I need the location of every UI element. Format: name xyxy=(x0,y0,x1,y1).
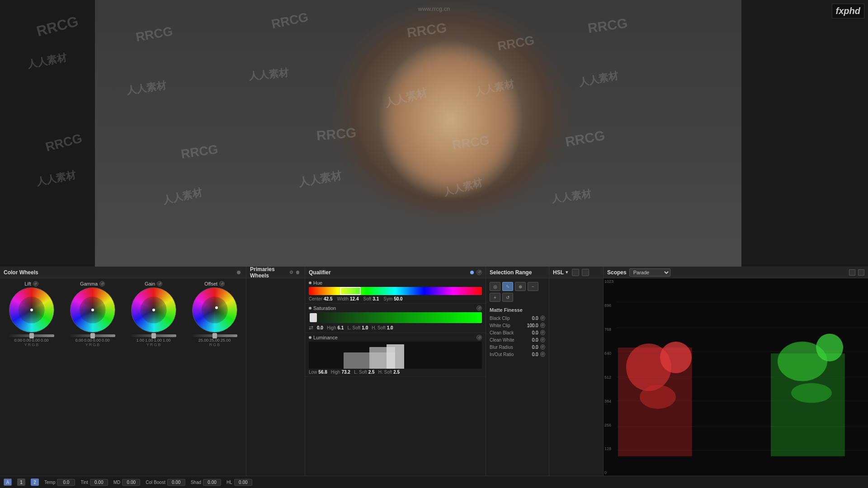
gamma-label: Gamma xyxy=(80,281,98,286)
sat-low-value[interactable]: 0.0 xyxy=(317,325,323,330)
luminance-display[interactable] xyxy=(309,342,482,369)
color-wheels-section: Color Wheels Lift ↺ xyxy=(0,267,246,476)
hue-sym-value[interactable]: 50.0 xyxy=(394,296,402,301)
primaries-settings-icon[interactable]: ⚙ xyxy=(289,270,293,275)
blur-radius-row: Blur Radius 0.0 ↺ xyxy=(490,344,545,350)
lift-slider[interactable] xyxy=(9,334,54,337)
sel-tool-reset[interactable]: ↺ xyxy=(502,293,513,302)
hsl-expand-btn[interactable] xyxy=(582,269,589,276)
lum-high-value[interactable]: 73.2 xyxy=(341,370,350,375)
black-clip-value[interactable]: 0.0 xyxy=(523,316,538,321)
clean-white-value[interactable]: 0.0 xyxy=(523,338,538,343)
black-clip-reset[interactable]: ↺ xyxy=(540,315,545,321)
gamma-ch-b: B xyxy=(97,343,99,347)
gain-val-g: 1.00 xyxy=(154,338,162,343)
scopes-title: Scopes xyxy=(607,269,627,276)
saturation-left-handle xyxy=(310,313,317,322)
sel-tool-qualify[interactable]: ◎ xyxy=(490,282,500,291)
gamma-wheel[interactable] xyxy=(70,287,115,333)
qualifier-reset-btn[interactable]: ↺ xyxy=(476,270,482,275)
selection-range-title: Selection Range xyxy=(490,269,532,276)
lum-hsoft-value[interactable]: 2.5 xyxy=(393,370,400,375)
sel-tool-subtract[interactable]: − xyxy=(528,282,538,291)
gain-reset-btn[interactable]: ↺ xyxy=(157,281,162,286)
page-1-btn[interactable]: 1 xyxy=(17,479,25,486)
qualifier-section: Qualifier ↺ Hue Center xyxy=(305,267,486,476)
lum-lsoft-label: L. Soft xyxy=(354,370,367,375)
hue-soft-value[interactable]: 3.1 xyxy=(373,296,379,301)
lift-val-y: 0.00 xyxy=(14,338,22,343)
blur-radius-value[interactable]: 0.0 xyxy=(523,345,538,350)
gamma-slider[interactable] xyxy=(70,334,115,337)
sat-hsoft-value[interactable]: 1.0 xyxy=(387,325,393,330)
lum-hsoft-group: H. Soft 2.5 xyxy=(378,370,400,375)
clean-white-reset[interactable]: ↺ xyxy=(540,337,545,343)
white-clip-value[interactable]: 100.0 xyxy=(523,323,538,328)
md-label: MD xyxy=(113,480,121,485)
hl-label: HL xyxy=(226,480,232,485)
watermark-1: RRCG xyxy=(35,13,80,40)
in-out-ratio-value[interactable]: 0.0 xyxy=(523,352,538,357)
lum-low-value[interactable]: 56.8 xyxy=(318,370,327,375)
lum-lsoft-value[interactable]: 2.5 xyxy=(368,370,375,375)
watermark-2: 人人素材 xyxy=(26,51,68,71)
temp-input[interactable] xyxy=(57,479,75,486)
saturation-reset-btn[interactable]: ↺ xyxy=(476,305,482,311)
md-input[interactable] xyxy=(122,479,140,486)
sat-lsoft-label: L. Soft xyxy=(347,325,360,330)
luminance-reset-btn[interactable]: ↺ xyxy=(476,335,482,340)
col-boost-group: Col Boost xyxy=(146,479,185,486)
hue-bar[interactable] xyxy=(309,287,482,295)
page-2-btn[interactable]: 2 xyxy=(31,479,39,486)
shad-group: Shad xyxy=(191,479,221,486)
hl-input[interactable] xyxy=(234,479,252,486)
clean-black-reset[interactable]: ↺ xyxy=(540,330,545,335)
offset-wheel[interactable] xyxy=(192,287,237,333)
temp-group: Temp xyxy=(44,479,75,486)
scopes-view-btn-2[interactable] xyxy=(858,269,864,276)
gamma-channel-labels: Y R G B xyxy=(85,343,100,347)
clean-black-label: Clean Black xyxy=(490,330,521,335)
hsl-settings-btn[interactable] xyxy=(572,269,579,276)
sat-high-value[interactable]: 6.1 xyxy=(337,325,344,330)
sat-high-label: High xyxy=(327,325,336,330)
lift-slider-handle xyxy=(29,333,34,338)
website-url: www.rrcg.cn xyxy=(418,5,450,12)
lift-wheel[interactable] xyxy=(9,287,54,333)
sat-lsoft-value[interactable]: 1.0 xyxy=(362,325,368,330)
clean-black-value[interactable]: 0.0 xyxy=(523,330,538,335)
gain-val-b: 1.00 xyxy=(163,338,171,343)
a-button[interactable]: A xyxy=(4,479,12,486)
in-out-ratio-reset[interactable]: ↺ xyxy=(540,352,545,357)
gain-wheel-dot xyxy=(152,309,155,311)
hsl-dropdown-icon[interactable]: ▾ xyxy=(566,269,568,275)
blur-radius-reset[interactable]: ↺ xyxy=(540,344,545,350)
lift-reset-btn[interactable]: ↺ xyxy=(33,281,38,286)
scopes-section: Scopes Parade Waveform Vectorscope Histo… xyxy=(604,267,868,476)
gain-label: Gain xyxy=(145,281,155,286)
sel-tool-add[interactable]: + xyxy=(490,293,500,302)
scopes-mode-select[interactable]: Parade Waveform Vectorscope Histogram xyxy=(629,268,670,277)
offset-reset-btn[interactable]: ↺ xyxy=(219,281,225,286)
scopes-view-btn-1[interactable] xyxy=(849,269,855,276)
gamma-reset-btn[interactable]: ↺ xyxy=(99,281,105,286)
blur-radius-label: Blur Radius xyxy=(490,345,521,350)
gain-wheel[interactable] xyxy=(131,287,176,333)
offset-slider[interactable] xyxy=(192,334,237,337)
col-boost-input[interactable] xyxy=(167,479,185,486)
lift-wheel-dot xyxy=(30,309,33,311)
white-clip-reset[interactable]: ↺ xyxy=(540,323,545,328)
hue-center-value[interactable]: 42.5 xyxy=(324,296,332,301)
gain-slider[interactable] xyxy=(131,334,176,337)
lum-high-group: High 73.2 xyxy=(331,370,350,375)
sel-tool-edit[interactable]: ✎ xyxy=(502,282,513,291)
scopes-visualization xyxy=(604,278,868,476)
tint-input[interactable] xyxy=(90,479,108,486)
hue-width-value[interactable]: 12.4 xyxy=(350,296,359,301)
saturation-bar[interactable] xyxy=(309,312,482,323)
bottom-bar: A 1 2 Temp Tint MD Col Boost Shad xyxy=(0,476,868,488)
sel-tool-eyedropper[interactable]: ⊕ xyxy=(515,282,526,291)
gamma-label-row: Gamma ↺ xyxy=(80,281,105,286)
shad-input[interactable] xyxy=(203,479,221,486)
luminance-indicator-dot xyxy=(309,336,311,339)
